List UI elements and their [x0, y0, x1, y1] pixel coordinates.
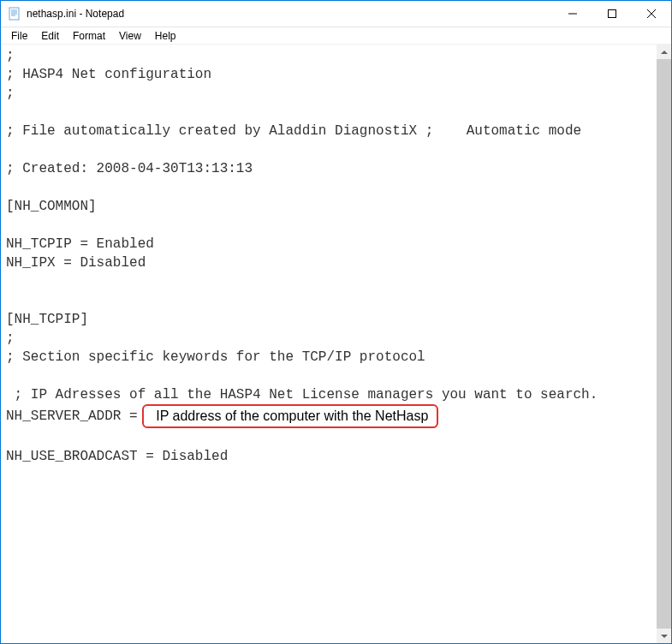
text-line: NH_USE_BROADCAST = Disabled — [6, 447, 668, 466]
menu-edit[interactable]: Edit — [34, 29, 66, 43]
editor-area: ;; HASP4 Net configuration; ; File autom… — [1, 45, 671, 643]
window-controls — [553, 1, 671, 27]
text-line: ; IP Adresses of all the HASP4 Net Licen… — [6, 385, 668, 404]
maximize-button[interactable] — [592, 1, 632, 27]
text-editor[interactable]: ;; HASP4 Net configuration; ; File autom… — [1, 45, 671, 643]
window-title: nethasp.ini - Notepad — [27, 8, 553, 20]
menu-file[interactable]: File — [4, 29, 34, 43]
svg-rect-6 — [609, 10, 616, 18]
text-line — [6, 178, 668, 197]
text-line — [6, 272, 668, 291]
text-line — [6, 466, 668, 485]
text-line — [6, 291, 668, 310]
text-line: ; — [6, 329, 668, 348]
server-addr-prefix: NH_SERVER_ADDR = — [6, 407, 146, 426]
menu-help[interactable]: Help — [148, 29, 183, 43]
menu-view[interactable]: View — [112, 29, 148, 43]
text-line — [6, 140, 668, 159]
text-line — [6, 103, 668, 122]
text-line: ; HASP4 Net configuration — [6, 65, 668, 84]
scroll-up-arrow[interactable] — [657, 45, 671, 59]
text-line: ; — [6, 84, 668, 103]
server-addr-line: NH_SERVER_ADDR = IP address of the compu… — [6, 404, 668, 428]
text-line — [6, 216, 668, 235]
text-line: NH_TCPIP = Enabled — [6, 235, 668, 253]
text-line: ; Created: 2008-04-30T13:13:13 — [6, 159, 668, 178]
text-line: [NH_COMMON] — [6, 197, 668, 216]
annotation-callout: IP address of the computer with the NetH… — [142, 404, 438, 428]
titlebar: nethasp.ini - Notepad — [1, 1, 671, 27]
scroll-down-arrow[interactable] — [657, 629, 671, 643]
menu-format[interactable]: Format — [66, 29, 112, 43]
svg-marker-10 — [661, 635, 668, 638]
text-line: [NH_TCPIP] — [6, 310, 668, 329]
text-line: ; File automatically created by Aladdin … — [6, 122, 668, 140]
scroll-track[interactable] — [657, 59, 671, 629]
svg-marker-9 — [661, 51, 668, 54]
text-line: ; Section specific keywords for the TCP/… — [6, 348, 668, 367]
text-line: ; — [6, 46, 668, 65]
text-line — [6, 428, 668, 447]
scroll-thumb[interactable] — [657, 59, 671, 629]
menubar: File Edit Format View Help — [1, 27, 671, 45]
minimize-button[interactable] — [553, 1, 592, 27]
notepad-icon — [8, 7, 21, 21]
close-button[interactable] — [632, 1, 671, 27]
vertical-scrollbar[interactable] — [657, 45, 671, 643]
text-line: NH_IPX = Disabled — [6, 253, 668, 272]
text-line — [6, 367, 668, 385]
